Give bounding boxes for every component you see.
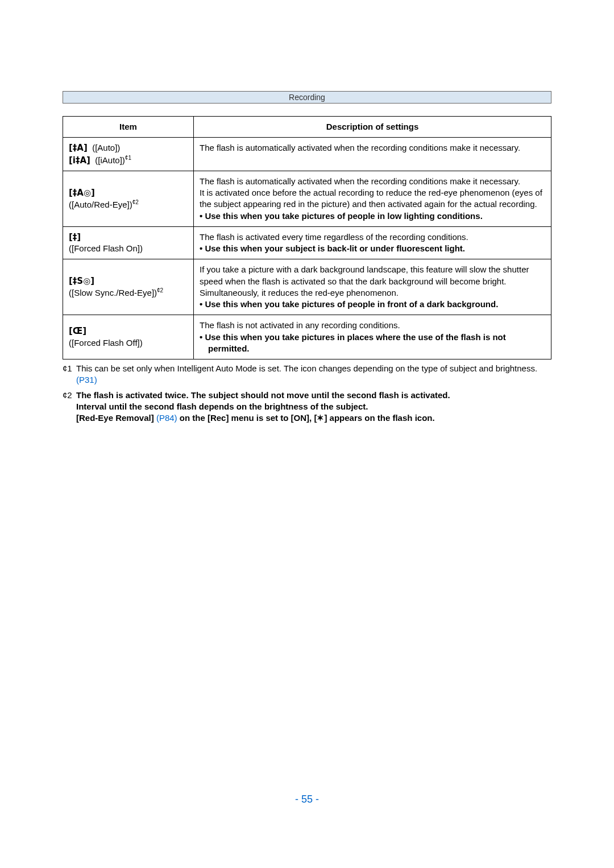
- flash-settings-table: Item Description of settings [‡A] ([Auto…: [63, 116, 551, 359]
- desc-bullet: Use this when you take pictures of peopl…: [205, 211, 482, 221]
- footnote-2: ¢2The flash is activated twice. The subj…: [63, 390, 551, 424]
- item-cell: [‡A◎] ([Auto/Red-Eye])¢2: [63, 171, 194, 226]
- desc-cell: The flash is automatically activated whe…: [194, 138, 551, 171]
- flash-auto-redeye-icon: [‡A◎]: [69, 188, 95, 198]
- table-row: [Œ] ([Forced Flash Off]) The flash is no…: [63, 315, 551, 359]
- flash-iauto-icon: [i‡A]: [69, 155, 90, 166]
- redeye-removal-icon: ✶: [317, 413, 324, 423]
- section-header: Recording: [63, 91, 551, 104]
- table-row: [‡S◎] ([Slow Sync./Red-Eye])¢2 If you ta…: [63, 259, 551, 315]
- footnote-ref: ¢2: [132, 199, 139, 205]
- table-row: [‡A◎] ([Auto/Red-Eye])¢2 The flash is au…: [63, 171, 551, 226]
- page-number: - 55 -: [0, 793, 614, 805]
- col-header-desc: Description of settings: [194, 117, 551, 138]
- col-header-item: Item: [63, 117, 194, 138]
- desc-cell: The flash is activated every time regard…: [194, 226, 551, 259]
- item-cell: [Œ] ([Forced Flash Off]): [63, 315, 194, 359]
- table-row: [‡] ([Forced Flash On]) The flash is act…: [63, 226, 551, 259]
- item-cell: [‡S◎] ([Slow Sync./Red-Eye])¢2: [63, 259, 194, 315]
- footnote-ref: ¢2: [157, 287, 163, 294]
- desc-cell: If you take a picture with a dark backgr…: [194, 259, 551, 315]
- flash-forced-on-icon: [‡]: [69, 232, 81, 242]
- item-label: ([Forced Flash Off]): [69, 338, 143, 348]
- footnote-1: ¢1This can be set only when Intelligent …: [63, 363, 551, 386]
- desc-cell: The flash is not activated in any record…: [194, 315, 551, 359]
- item-label: ([Auto]): [92, 143, 120, 152]
- desc-cell: The flash is automatically activated whe…: [194, 171, 551, 226]
- desc-bullet: Use this when you take pictures of peopl…: [205, 299, 498, 309]
- footnote-ref: ¢1: [125, 155, 131, 161]
- item-label: ([Auto/Red-Eye]): [69, 200, 132, 209]
- item-label: ([Forced Flash On]): [69, 243, 143, 253]
- table-row: [‡A] ([Auto]) [i‡A] ([iAuto])¢1 The flas…: [63, 138, 551, 171]
- item-cell: [‡A] ([Auto]) [i‡A] ([iAuto])¢1: [63, 138, 194, 171]
- desc-bullet: Use this when you take pictures in place…: [205, 332, 505, 353]
- flash-slow-redeye-icon: [‡S◎]: [69, 276, 94, 286]
- page-link[interactable]: (P84): [154, 413, 177, 423]
- flash-auto-icon: [‡A]: [69, 143, 88, 153]
- page-link[interactable]: (P31): [76, 375, 97, 385]
- desc-bullet: Use this when your subject is back-lit o…: [205, 243, 465, 253]
- item-label: ([Slow Sync./Red-Eye]): [69, 288, 157, 297]
- flash-forced-off-icon: [Œ]: [69, 326, 86, 336]
- item-cell: [‡] ([Forced Flash On]): [63, 226, 194, 259]
- item-label: ([iAuto]): [95, 155, 125, 165]
